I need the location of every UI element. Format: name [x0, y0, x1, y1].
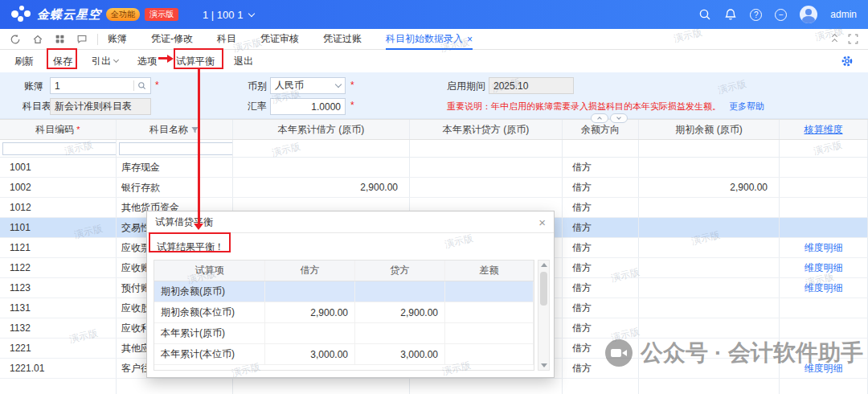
col-header-credit[interactable]: 本年累计贷方 (原币) — [410, 120, 563, 139]
cell-name[interactable] — [117, 379, 233, 394]
col-header-dims[interactable]: 核算维度 — [780, 120, 868, 139]
cell-opening[interactable] — [639, 238, 780, 257]
cell-direction[interactable]: 借方 — [563, 218, 639, 237]
cell-dims[interactable]: 维度明细 — [780, 278, 868, 298]
filter-cell[interactable] — [780, 140, 868, 157]
table-row[interactable]: 1002银行存款2,900.00借方2,900.00 — [0, 178, 868, 198]
filter-cell[interactable] — [410, 140, 563, 157]
filter-cell[interactable] — [233, 140, 410, 157]
filter-cell[interactable] — [563, 140, 639, 157]
toolbar-trial-balance-button[interactable]: 试算平衡 — [176, 55, 215, 68]
minus-circle-icon[interactable]: − — [775, 9, 787, 21]
menu-tab[interactable]: 账簿 — [108, 29, 127, 50]
sync-icon[interactable] — [10, 34, 21, 45]
cell-direction[interactable]: 借方 — [563, 359, 639, 378]
trial-table-row[interactable]: 本年累计(本位币)3,000.003,000.00 — [154, 344, 534, 365]
dims-detail-link[interactable]: 维度明细 — [805, 362, 843, 376]
more-help-link[interactable]: 更多帮助 — [729, 101, 764, 113]
filter-funnel-icon[interactable] — [190, 125, 199, 134]
cell-code[interactable]: 1132 — [0, 318, 117, 338]
cell-opening[interactable] — [639, 359, 780, 378]
cell-name[interactable]: 库存现金 — [117, 158, 233, 177]
apps-grid-icon[interactable] — [55, 34, 65, 44]
cell-opening[interactable] — [639, 318, 780, 338]
cell-direction[interactable]: 借方 — [563, 178, 639, 197]
cell-credit[interactable] — [410, 158, 563, 177]
ledger-input[interactable]: 1 — [50, 77, 151, 94]
table-row[interactable] — [0, 379, 868, 394]
cell-dims[interactable]: 维度明细 — [780, 258, 868, 277]
cell-code[interactable]: 1012 — [0, 198, 117, 217]
cell-opening[interactable] — [639, 278, 780, 298]
cell-opening[interactable] — [639, 198, 780, 217]
menu-tab[interactable]: 凭证过账 — [323, 29, 362, 50]
dialog-scrollbar[interactable] — [538, 260, 550, 371]
cell-opening[interactable] — [639, 298, 780, 318]
menu-tab[interactable]: 凭证-修改 — [151, 29, 193, 50]
cell-direction[interactable]: 借方 — [563, 318, 639, 338]
cell-credit[interactable] — [410, 178, 563, 197]
cell-dims[interactable] — [780, 198, 868, 217]
cell-code[interactable]: 1221.01 — [0, 359, 117, 378]
cell-credit[interactable] — [410, 379, 563, 394]
dialog-close-icon[interactable]: × — [538, 215, 546, 229]
cell-direction[interactable]: 借方 — [563, 258, 639, 277]
toolbar-save-button[interactable]: 保存 — [53, 55, 72, 68]
dims-detail-link[interactable]: 维度明细 — [805, 281, 843, 295]
cell-direction[interactable]: 借方 — [563, 238, 639, 257]
cell-code[interactable]: 1123 — [0, 278, 117, 298]
dims-detail-link[interactable]: 维度明细 — [805, 241, 843, 255]
toolbar-exit-button[interactable]: 退出 — [234, 55, 253, 68]
menu-tab-active[interactable]: 科目初始数据录入× — [386, 29, 473, 50]
cell-opening[interactable] — [639, 218, 780, 237]
lookup-search-icon[interactable] — [137, 81, 146, 90]
dims-detail-link[interactable]: 维度明细 — [805, 261, 843, 275]
home-icon[interactable] — [32, 34, 43, 45]
menu-tab[interactable]: 凭证审核 — [260, 29, 299, 50]
fullscreen-icon[interactable] — [848, 34, 858, 44]
filter-name-input[interactable] — [119, 142, 233, 155]
cell-direction[interactable]: 借方 — [563, 298, 639, 318]
cell-code[interactable]: 1131 — [0, 298, 117, 318]
col-header-name[interactable]: 科目名称 — [117, 120, 233, 139]
cell-dims[interactable] — [780, 379, 868, 394]
cell-code[interactable]: 1221 — [0, 339, 117, 358]
cell-code[interactable] — [0, 379, 117, 394]
toolbar-export-button[interactable]: 引出 — [92, 55, 118, 68]
collapse-panel-button[interactable] — [591, 113, 608, 123]
cell-dims[interactable]: 维度明细 — [780, 238, 868, 257]
collapse-tabs-icon[interactable] — [833, 35, 837, 43]
scroll-down-icon[interactable] — [541, 363, 547, 367]
cell-code[interactable]: 1121 — [0, 238, 117, 257]
cell-direction[interactable] — [563, 379, 639, 394]
filter-code-input[interactable] — [2, 142, 117, 155]
settings-gear-icon[interactable] — [841, 55, 854, 68]
col-header-opening[interactable]: 期初余额 (原币) — [639, 120, 780, 139]
currency-select[interactable]: 人民币 — [270, 77, 346, 94]
scroll-up-icon[interactable] — [541, 263, 547, 267]
cell-dims[interactable] — [780, 318, 868, 338]
cell-dims[interactable] — [780, 218, 868, 237]
cell-direction[interactable]: 借方 — [563, 278, 639, 298]
cell-code[interactable]: 1122 — [0, 258, 117, 277]
trial-table-row[interactable]: 本年累计(原币) — [154, 323, 534, 344]
cell-dims[interactable]: 维度明细 — [780, 359, 868, 378]
cell-opening[interactable] — [639, 339, 780, 358]
trial-table-row[interactable]: 期初余额(原币) — [154, 281, 534, 302]
bell-icon[interactable] — [724, 8, 737, 21]
expand-panel-button[interactable] — [610, 113, 628, 123]
dialog-titlebar[interactable]: 试算借贷平衡 × — [147, 211, 554, 233]
cell-opening[interactable] — [639, 258, 780, 277]
menu-tab[interactable]: 科目 — [217, 29, 236, 50]
cell-direction[interactable]: 借方 — [563, 158, 639, 177]
cell-opening[interactable] — [639, 379, 780, 394]
col-header-debit[interactable]: 本年累计借方 (原币) — [233, 120, 410, 139]
tab-close-icon[interactable]: × — [467, 34, 473, 45]
cell-dims[interactable] — [780, 298, 868, 318]
cell-direction[interactable]: 借方 — [563, 339, 639, 358]
cell-opening[interactable]: 2,900.00 — [639, 178, 780, 197]
toolbar-refresh-button[interactable]: 刷新 — [14, 55, 34, 68]
cell-dims[interactable] — [780, 339, 868, 358]
scroll-thumb[interactable] — [540, 272, 547, 306]
help-icon[interactable]: ? — [750, 9, 762, 21]
